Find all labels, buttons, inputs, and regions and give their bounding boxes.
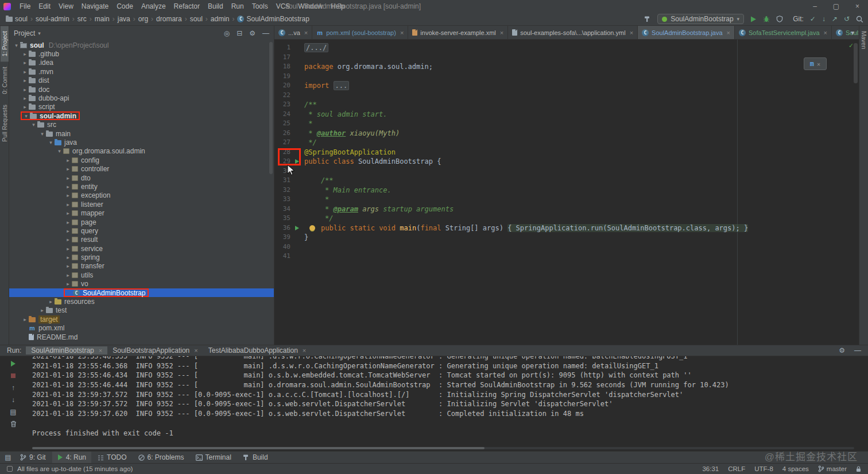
tab-list-chevron-icon[interactable]: ▾: [851, 29, 854, 37]
tree-item-main[interactable]: ▾main: [9, 129, 274, 138]
tree-item-result[interactable]: ▸result: [9, 236, 274, 244]
tree-chevron-icon[interactable]: ▾: [13, 43, 20, 48]
maven-float-toolbar[interactable]: m ✕: [804, 57, 827, 70]
code-editor[interactable]: 1/.../1718package org.dromara.soul.admin…: [274, 40, 859, 345]
console-output[interactable]: 2021-01-18 23:55:46.355 INFO 9352 --- [ …: [32, 356, 866, 445]
file-encoding[interactable]: UTF-8: [754, 465, 773, 472]
coverage-button[interactable]: [776, 16, 783, 22]
tree-chevron-icon[interactable]: ▾: [30, 122, 37, 128]
menu-file[interactable]: File: [16, 2, 34, 10]
minimize-button[interactable]: –: [804, 2, 826, 10]
breadcrumb-item-soul[interactable]: soul: [5, 15, 29, 23]
tree-chevron-icon[interactable]: ▸: [21, 69, 29, 75]
tree-chevron-icon[interactable]: ▸: [64, 184, 72, 190]
tree-chevron-icon[interactable]: ▸: [64, 210, 72, 216]
line-separator[interactable]: CRLF: [728, 465, 745, 472]
tree-item-controller[interactable]: ▸controller: [9, 164, 274, 173]
toolwindow-button-build[interactable]: Build: [238, 452, 273, 464]
console-down-icon[interactable]: ↓: [9, 395, 18, 404]
tree-chevron-icon[interactable]: ▸: [64, 202, 72, 207]
tab-close-icon[interactable]: ×: [824, 29, 827, 36]
menu-navigate[interactable]: Navigate: [78, 2, 113, 10]
tree-item-soul-admin[interactable]: ▾soul-admin: [9, 111, 274, 120]
tree-item-readme-md[interactable]: README.md: [9, 333, 274, 341]
tree-item-utils[interactable]: ▸utils: [9, 271, 274, 279]
editor-tab-sofatestserviceimpl-java[interactable]: CSofaTestServiceImpl.java×: [735, 26, 832, 39]
search-everywhere-icon[interactable]: [856, 16, 863, 23]
run-tab-soulbootstrapapplication[interactable]: SoulBootstrapApplication×: [107, 346, 203, 354]
menu-code[interactable]: Code: [113, 2, 137, 10]
hide-panel-icon[interactable]: —: [262, 29, 269, 37]
tree-item-query[interactable]: ▸query: [9, 226, 274, 235]
tree-item-listener[interactable]: ▸listener: [9, 200, 274, 209]
tab-close-icon[interactable]: ×: [500, 29, 503, 36]
indent-style[interactable]: 4 spaces: [782, 465, 809, 472]
tree-chevron-icon[interactable]: ▸: [64, 263, 72, 269]
tree-item-resources[interactable]: ▸resources: [9, 297, 274, 306]
editor-tab-pom-xml-soul-bootstrap[interactable]: mpom.xml (soul-bootstrap)×: [312, 26, 408, 39]
tree-item-transfer[interactable]: ▸transfer: [9, 262, 274, 271]
locate-file-icon[interactable]: ◎: [224, 29, 230, 37]
gear-icon[interactable]: ⚙: [839, 346, 845, 354]
tab-close-icon[interactable]: ×: [727, 29, 730, 36]
editor-tab-va[interactable]: C...va×: [274, 26, 312, 39]
stripe-button-1-project[interactable]: 1: Project: [1, 26, 9, 61]
tree-chevron-icon[interactable]: ▾: [47, 140, 55, 145]
run-tab-souladminbootstrap[interactable]: SoulAdminBootstrap×: [26, 346, 107, 354]
tree-item-java[interactable]: ▾java: [9, 138, 274, 147]
tree-item-dist[interactable]: ▸dist: [9, 76, 274, 85]
breadcrumb-item-souladminbootstrap[interactable]: CSoulAdminBootstrap: [236, 15, 310, 23]
menu-run[interactable]: Run: [227, 2, 248, 10]
tree-item-soul[interactable]: ▾soulD:\openProject\soul: [9, 41, 274, 49]
run-configuration-select[interactable]: SoulAdminBootstrap ▾: [657, 14, 744, 24]
tree-item-org-dromara-soul-admin[interactable]: ▾org.dromara.soul.admin: [9, 147, 274, 156]
tree-chevron-icon[interactable]: ▸: [64, 166, 72, 172]
tree-chevron-icon[interactable]: ▸: [21, 87, 29, 93]
menu-tools[interactable]: Tools: [248, 2, 272, 10]
tree-item-mapper[interactable]: ▸mapper: [9, 209, 274, 217]
toolwindow-button-terminal[interactable]: Terminal: [191, 452, 237, 464]
console-layout-icon[interactable]: ▤: [9, 407, 18, 417]
tree-item-entity[interactable]: ▸entity: [9, 182, 274, 191]
tree-item-pom-xml[interactable]: mpom.xml: [9, 324, 274, 333]
tree-item-vo[interactable]: ▸vo: [9, 280, 274, 288]
tree-chevron-icon[interactable]: ▸: [64, 219, 72, 225]
stripe-button-maven[interactable]: Maven: [860, 26, 868, 55]
tree-chevron-icon[interactable]: ▸: [64, 272, 72, 278]
tree-chevron-icon[interactable]: ▸: [21, 78, 29, 83]
toolwindow-button-todo[interactable]: TODO: [92, 452, 131, 464]
close-button[interactable]: ×: [847, 2, 868, 10]
menu-build[interactable]: Build: [204, 2, 227, 10]
tool-window-switcher-icon[interactable]: ▤: [2, 453, 14, 461]
breadcrumb-item-src[interactable]: src: [76, 15, 88, 23]
breadcrumb-item-admin[interactable]: admin: [210, 15, 231, 23]
breadcrumb-item-org[interactable]: org: [137, 15, 149, 23]
close-icon[interactable]: ✕: [817, 61, 820, 67]
tab-close-icon[interactable]: ×: [99, 347, 102, 354]
collapse-all-icon[interactable]: ⊟: [237, 29, 242, 37]
menu-view[interactable]: View: [55, 2, 78, 10]
scrollbar-thumb[interactable]: [32, 447, 485, 449]
tree-chevron-icon[interactable]: ▸: [21, 317, 29, 322]
tree-item-spring[interactable]: ▸spring: [9, 253, 274, 261]
vcs-commit-check-icon[interactable]: ✓: [810, 15, 816, 23]
project-scrollbar[interactable]: [269, 42, 273, 174]
build-hammer-icon[interactable]: [644, 16, 651, 22]
debug-button[interactable]: [763, 16, 770, 22]
tree-chevron-icon[interactable]: ▸: [21, 60, 29, 65]
tree-item-src[interactable]: ▾src: [9, 121, 274, 129]
breadcrumb-item-soul[interactable]: soul: [189, 15, 204, 23]
tree-item-service[interactable]: ▸service: [9, 244, 274, 253]
console-up-icon[interactable]: ↑: [9, 383, 18, 392]
tree-item-exception[interactable]: ▸exception: [9, 191, 274, 200]
tree-chevron-icon[interactable]: ▸: [64, 281, 72, 287]
stripe-button-0-commit[interactable]: 0: Commit: [1, 61, 9, 99]
console-stop-icon[interactable]: [9, 371, 18, 380]
chevron-down-icon[interactable]: ▾: [38, 30, 41, 36]
tree-chevron-icon[interactable]: ▸: [64, 246, 72, 252]
tree-chevron-icon[interactable]: ▸: [64, 228, 72, 234]
breadcrumb-item-java[interactable]: java: [117, 15, 131, 23]
tree-item-script[interactable]: ▸script: [9, 103, 274, 111]
tree-item-dubbo-api[interactable]: ▸dubbo-api: [9, 94, 274, 102]
stripe-button-pull-requests[interactable]: Pull Requests: [1, 99, 9, 147]
